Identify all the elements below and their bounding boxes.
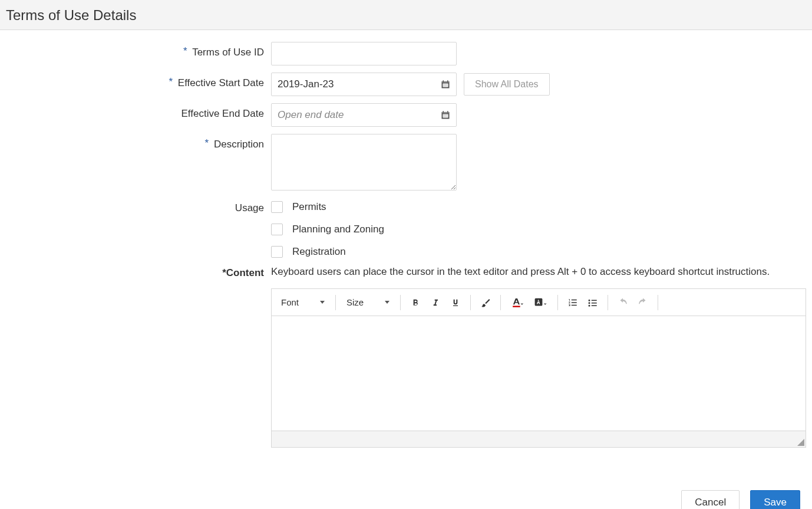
description-textarea[interactable] bbox=[271, 134, 457, 191]
label-text: Usage bbox=[235, 202, 264, 214]
row-effective-end-date: Effective End Date bbox=[0, 103, 812, 127]
label-text: Effective Start Date bbox=[178, 77, 264, 88]
redo-button[interactable] bbox=[634, 294, 652, 311]
required-marker: * bbox=[169, 76, 173, 87]
chevron-down-icon bbox=[320, 301, 325, 304]
form: * Terms of Use ID * Effective Start Date bbox=[0, 30, 812, 472]
usage-option-permits: Permits bbox=[271, 201, 384, 213]
svg-rect-1 bbox=[443, 83, 449, 88]
bulleted-list-button[interactable] bbox=[584, 294, 602, 311]
required-marker: * bbox=[222, 267, 226, 278]
size-dropdown[interactable]: Size bbox=[342, 295, 394, 310]
background-color-button[interactable] bbox=[530, 294, 552, 311]
checkbox-planning-zoning[interactable] bbox=[271, 224, 283, 235]
checkbox-label: Planning and Zoning bbox=[292, 224, 384, 235]
effective-end-date-field[interactable] bbox=[271, 103, 457, 127]
label-terms-of-use-id: * Terms of Use ID bbox=[0, 42, 271, 58]
calendar-icon[interactable] bbox=[435, 73, 456, 96]
show-all-dates-button[interactable]: Show All Dates bbox=[464, 73, 550, 96]
toolbar-separator bbox=[557, 295, 558, 310]
row-usage: Usage Permits Planning and Zoning Regist… bbox=[0, 198, 812, 258]
font-dropdown[interactable]: Font bbox=[276, 295, 329, 310]
label-effective-end-date: Effective End Date bbox=[0, 103, 271, 120]
save-button[interactable]: Save bbox=[750, 490, 800, 509]
page-header: Terms of Use Details bbox=[0, 0, 812, 30]
editor-content-area[interactable] bbox=[272, 316, 806, 431]
underline-button[interactable] bbox=[447, 294, 464, 311]
footer-actions: Cancel Save bbox=[0, 472, 806, 509]
svg-rect-16 bbox=[513, 306, 520, 307]
toolbar-separator bbox=[608, 295, 608, 310]
calendar-icon[interactable] bbox=[435, 104, 456, 126]
label-content: *Content bbox=[0, 266, 271, 279]
effective-end-date-input[interactable] bbox=[272, 104, 435, 126]
resize-handle-icon[interactable] bbox=[797, 439, 804, 446]
checkbox-label: Registration bbox=[292, 246, 346, 258]
cancel-button[interactable]: Cancel bbox=[681, 490, 740, 509]
toolbar-separator bbox=[470, 295, 471, 310]
rich-text-editor: Font Size bbox=[271, 288, 806, 448]
usage-option-planning-zoning: Planning and Zoning bbox=[271, 224, 384, 235]
row-content: *Content Keyboard users can place the cu… bbox=[0, 266, 812, 448]
chevron-down-icon bbox=[385, 301, 390, 304]
checkbox-permits[interactable] bbox=[271, 201, 283, 213]
paint-brush-button[interactable] bbox=[477, 294, 494, 311]
page-title: Terms of Use Details bbox=[6, 7, 806, 24]
checkbox-label: Permits bbox=[292, 201, 326, 213]
font-dropdown-label: Font bbox=[281, 297, 299, 307]
effective-start-date-field[interactable] bbox=[271, 73, 457, 96]
svg-rect-9 bbox=[443, 114, 449, 119]
toolbar-separator bbox=[500, 295, 501, 310]
usage-option-registration: Registration bbox=[271, 246, 384, 258]
editor-footer bbox=[272, 431, 806, 447]
required-marker: * bbox=[205, 137, 209, 149]
italic-button[interactable] bbox=[427, 294, 444, 311]
numbered-list-button[interactable] bbox=[564, 294, 582, 311]
usage-checkbox-group: Permits Planning and Zoning Registration bbox=[271, 198, 384, 258]
row-terms-of-use-id: * Terms of Use ID bbox=[0, 42, 812, 65]
effective-start-date-input[interactable] bbox=[272, 73, 435, 96]
row-description: * Description bbox=[0, 134, 812, 191]
label-usage: Usage bbox=[0, 198, 271, 214]
toolbar-separator bbox=[400, 295, 401, 310]
required-marker: * bbox=[183, 45, 187, 57]
label-text: Effective End Date bbox=[181, 108, 265, 119]
label-text: Content bbox=[226, 267, 264, 278]
label-effective-start-date: * Effective Start Date bbox=[0, 73, 271, 89]
content-keyboard-hint: Keyboard users can place the cursor in t… bbox=[271, 266, 770, 278]
text-color-button[interactable] bbox=[507, 294, 528, 311]
editor-toolbar: Font Size bbox=[272, 289, 806, 316]
label-text: Description bbox=[214, 139, 264, 150]
terms-of-use-id-input[interactable] bbox=[271, 42, 457, 65]
size-dropdown-label: Size bbox=[346, 297, 364, 307]
toolbar-separator bbox=[658, 295, 658, 310]
toolbar-separator bbox=[335, 295, 336, 310]
label-description: * Description bbox=[0, 134, 271, 150]
bold-button[interactable] bbox=[407, 294, 424, 311]
checkbox-registration[interactable] bbox=[271, 246, 283, 258]
undo-button[interactable] bbox=[614, 294, 632, 311]
label-text: Terms of Use ID bbox=[192, 47, 264, 58]
row-effective-start-date: * Effective Start Date bbox=[0, 73, 812, 96]
